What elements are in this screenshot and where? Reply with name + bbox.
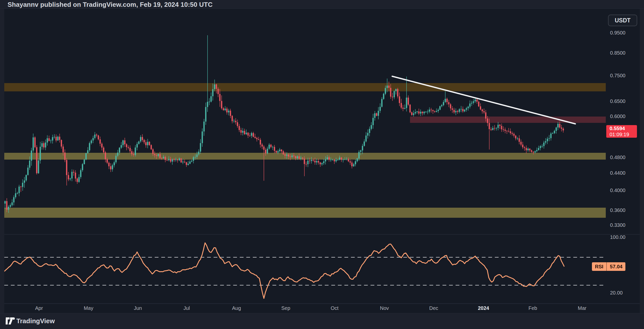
time-tick: Jul (183, 303, 190, 313)
price-tick: 0.4400 (610, 170, 625, 176)
deep-support-zone (4, 208, 606, 218)
price-tick: 0.3300 (610, 222, 625, 228)
price-tick: 100.00 (610, 234, 625, 240)
price-tick: 0.6000 (610, 113, 625, 120)
price-tick: 0.9500 (610, 29, 625, 36)
tradingview-logo-icon[interactable] (6, 317, 15, 325)
down-candle-wicks (7, 82, 563, 212)
rsi-value: 57.04 (607, 262, 625, 271)
time-tick: Feb (529, 303, 537, 313)
price-tick: 0.4800 (610, 154, 625, 161)
price-tick: 0.6500 (610, 98, 625, 104)
time-tick: 2024 (478, 303, 489, 313)
broken-support-zone (410, 117, 606, 123)
time-tick: Apr (35, 303, 43, 313)
rsi-value-label: RSI 57.04 (592, 262, 625, 271)
price-tick: 0.8500 (610, 50, 625, 56)
time-tick: Mar (578, 303, 586, 313)
last-price-label: 0.5594 01:09:19 (606, 125, 637, 138)
price-tick: 20.00 (610, 289, 623, 296)
price-tick: 0.7500 (610, 72, 625, 79)
time-tick: Jun (134, 303, 142, 313)
time-tick: Oct (331, 303, 338, 313)
time-tick: Aug (232, 303, 241, 313)
rsi-line (4, 243, 564, 299)
up-candle-wicks (5, 35, 558, 213)
footer-separator (0, 313, 644, 313)
price-tick: 0.4000 (610, 187, 625, 194)
resistance-zone (4, 83, 606, 91)
rsi-name: RSI (592, 262, 606, 271)
up-candle-bodies (5, 84, 559, 210)
currency-toggle-button[interactable]: USDT (608, 15, 637, 26)
chart-canvas[interactable] (0, 0, 644, 329)
time-tick: May (84, 303, 93, 313)
candle-countdown: 01:09:19 (610, 131, 637, 137)
tradingview-brand-text[interactable]: TradingView (16, 317, 55, 325)
price-tick: 0.3600 (610, 207, 625, 213)
time-tick: Nov (380, 303, 389, 313)
last-price-value: 0.5594 (610, 125, 637, 131)
tradingview-published-chart: { "header": { "title": "Shayannv publish… (0, 0, 644, 329)
time-tick: Sep (281, 303, 290, 313)
time-tick: Dec (429, 303, 438, 313)
footer-bar (0, 313, 644, 329)
